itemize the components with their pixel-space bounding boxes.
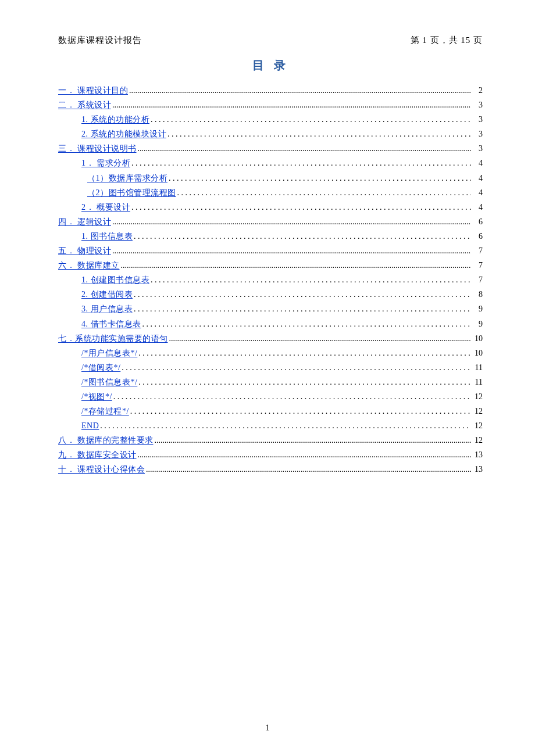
toc-link[interactable]: 九． 数据库安全设计 [58, 448, 137, 461]
toc-entry: （1）数据库需求分析. . . . . . . . . . . . . . . … [87, 171, 483, 185]
toc-link[interactable]: 1. 创建图书信息表 [81, 273, 149, 286]
toc-entry: 三． 课程设计说明书..............................… [58, 142, 483, 155]
toc-page-number: 4 [472, 171, 483, 185]
toc-leader: ........................................… [138, 142, 472, 155]
toc-leader: ........................................… [121, 259, 472, 272]
toc-link[interactable]: /*借阅表*/ [81, 361, 120, 374]
toc-entry: 1. 图书信息表. . . . . . . . . . . . . . . . … [81, 230, 483, 243]
toc-page-number: 6 [472, 215, 483, 228]
toc-page-number: 7 [472, 244, 483, 257]
toc-page-number: 13 [472, 463, 483, 476]
toc-entry: 3. 用户信息表. . . . . . . . . . . . . . . . … [81, 302, 483, 316]
toc-leader: ........................................… [112, 244, 471, 257]
toc-entry: 八． 数据库的完整性要求............................… [58, 433, 483, 447]
header-page-indicator: 第 1 页，共 15 页 [411, 35, 483, 46]
toc-leader: . . . . . . . . . . . . . . . . . . . . … [113, 390, 471, 403]
toc-leader: ........................................… [138, 448, 472, 461]
toc-entry: END. . . . . . . . . . . . . . . . . . .… [81, 419, 483, 432]
toc-entry: /*视图*/. . . . . . . . . . . . . . . . . … [81, 390, 483, 403]
toc-leader: ........................................… [112, 98, 471, 112]
toc-page-number: 2 [472, 84, 483, 97]
toc-link[interactable]: 1. 系统的功能分析 [81, 113, 149, 126]
toc-leader: . . . . . . . . . . . . . . . . . . . . … [134, 288, 471, 301]
toc-entry: /*存储过程*/. . . . . . . . . . . . . . . . … [81, 404, 483, 418]
toc-entry: 2． 概要设计. . . . . . . . . . . . . . . . .… [81, 200, 483, 214]
toc-entry: 五． 物理设计.................................… [58, 244, 483, 257]
toc-leader: . . . . . . . . . . . . . . . . . . . . … [169, 171, 471, 185]
toc-link[interactable]: 十． 课程设计心得体会 [58, 463, 145, 476]
toc-link[interactable]: 一． 课程设计目的 [58, 84, 128, 97]
toc-page-number: 3 [472, 142, 483, 155]
toc-page-number: 10 [472, 346, 483, 360]
toc-title: 目 录 [58, 58, 483, 73]
toc-link[interactable]: （2）图书馆管理流程图 [87, 186, 176, 199]
toc-page-number: 12 [472, 433, 483, 447]
header-doc-title: 数据库课程设计报告 [58, 35, 142, 46]
toc-page-number: 12 [472, 390, 483, 403]
toc-link[interactable]: 五． 物理设计 [58, 244, 111, 257]
toc-page-number: 8 [472, 288, 483, 301]
toc-entry: 一． 课程设计目的...............................… [58, 84, 483, 97]
toc-leader: . . . . . . . . . . . . . . . . . . . . … [134, 302, 471, 316]
document-page: 数据库课程设计报告 第 1 页，共 15 页 目 录 一． 课程设计目的....… [0, 0, 535, 476]
toc-leader: . . . . . . . . . . . . . . . . . . . . … [177, 186, 472, 199]
toc-page-number: 11 [472, 361, 483, 374]
toc-leader: ........................................… [146, 463, 471, 476]
toc-link[interactable]: 三． 课程设计说明书 [58, 142, 137, 155]
toc-page-number: 13 [472, 448, 483, 461]
toc-link[interactable]: 2. 系统的功能模块设计 [81, 127, 166, 141]
toc-entry: /*借阅表*/. . . . . . . . . . . . . . . . .… [81, 361, 483, 374]
toc-page-number: 3 [472, 98, 483, 112]
toc-page-number: 3 [472, 127, 483, 141]
toc-link[interactable]: /*视图*/ [81, 390, 112, 403]
toc-entry: /*用户信息表*/. . . . . . . . . . . . . . . .… [81, 346, 483, 360]
toc-leader: . . . . . . . . . . . . . . . . . . . . … [138, 346, 471, 360]
toc-entry: 九． 数据库安全设计..............................… [58, 448, 483, 461]
toc-link[interactable]: 2． 概要设计 [81, 200, 130, 214]
footer-page-number: 1 [0, 723, 535, 733]
toc-entry: 2. 创建借阅表. . . . . . . . . . . . . . . . … [81, 288, 483, 301]
toc-link[interactable]: /*图书信息表*/ [81, 375, 137, 389]
toc-link[interactable]: 3. 用户信息表 [81, 302, 133, 316]
toc-page-number: 11 [472, 375, 483, 389]
toc-link[interactable]: 七．系统功能实施需要的语句 [58, 332, 168, 345]
toc-leader: ........................................… [129, 84, 471, 97]
toc-leader: . . . . . . . . . . . . . . . . . . . . … [142, 317, 472, 331]
toc-link[interactable]: 六． 数据库建立 [58, 259, 120, 272]
toc-link[interactable]: 1. 图书信息表 [81, 230, 133, 243]
toc-entry: 七．系统功能实施需要的语句...........................… [58, 332, 483, 345]
toc-leader: . . . . . . . . . . . . . . . . . . . . … [138, 375, 471, 389]
toc-leader: . . . . . . . . . . . . . . . . . . . . … [131, 200, 471, 214]
toc-entry: /*图书信息表*/. . . . . . . . . . . . . . . .… [81, 375, 483, 389]
toc-leader: . . . . . . . . . . . . . . . . . . . . … [122, 361, 471, 374]
toc-link[interactable]: 四． 逻辑设计 [58, 215, 111, 228]
toc-page-number: 4 [472, 200, 483, 214]
toc-link[interactable]: 八． 数据库的完整性要求 [58, 433, 154, 447]
toc-page-number: 12 [472, 404, 483, 418]
toc-page-number: 7 [472, 259, 483, 272]
toc-entry: 1. 系统的功能分析. . . . . . . . . . . . . . . … [81, 113, 483, 126]
toc-link[interactable]: （1）数据库需求分析 [87, 171, 167, 185]
toc-page-number: 9 [472, 302, 483, 316]
toc-link[interactable]: 1． 需求分析 [81, 156, 130, 170]
toc-leader: . . . . . . . . . . . . . . . . . . . . … [131, 156, 471, 170]
toc-link[interactable]: 二． 系统设计 [58, 98, 111, 112]
toc-link[interactable]: 4. 借书卡信息表 [81, 317, 141, 331]
toc-entry: 十． 课程设计心得体会.............................… [58, 463, 483, 476]
toc-page-number: 9 [472, 317, 483, 331]
toc-page-number: 7 [472, 273, 483, 286]
toc-leader: . . . . . . . . . . . . . . . . . . . . … [151, 113, 471, 126]
toc-page-number: 12 [472, 419, 483, 432]
toc-link[interactable]: END [81, 419, 99, 432]
toc-page-number: 6 [472, 230, 483, 243]
toc-link[interactable]: 2. 创建借阅表 [81, 288, 133, 301]
toc-page-number: 3 [472, 113, 483, 126]
table-of-contents: 一． 课程设计目的...............................… [58, 84, 483, 476]
toc-leader: ........................................… [169, 332, 472, 345]
toc-leader: . . . . . . . . . . . . . . . . . . . . … [167, 127, 471, 141]
toc-page-number: 4 [472, 156, 483, 170]
toc-link[interactable]: /*存储过程*/ [81, 404, 129, 418]
toc-link[interactable]: /*用户信息表*/ [81, 346, 137, 360]
page-header: 数据库课程设计报告 第 1 页，共 15 页 [58, 35, 483, 46]
toc-leader: ........................................… [155, 433, 472, 447]
